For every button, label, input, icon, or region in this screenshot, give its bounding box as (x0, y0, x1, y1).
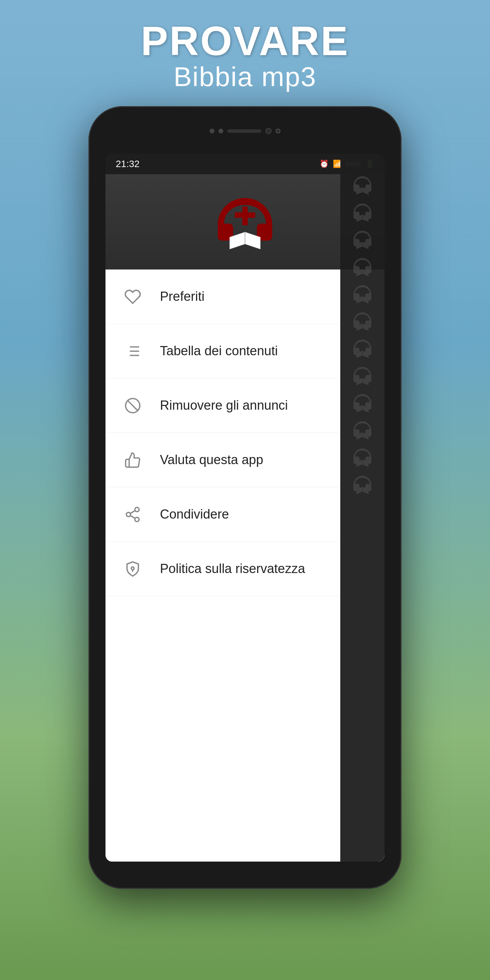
menu-label-preferiti: Preferiti (160, 289, 205, 304)
phone-notch (194, 125, 296, 137)
book-icon-12 (349, 474, 376, 494)
notch-dots (210, 129, 223, 134)
svg-line-12 (127, 401, 137, 410)
book-icon-11 (349, 447, 376, 467)
svg-point-14 (126, 512, 130, 517)
block-icon (123, 395, 143, 416)
book-icon-6 (349, 310, 376, 331)
svg-line-17 (130, 511, 135, 513)
shield-icon (123, 559, 143, 579)
app-title-section: PROVARE Bibbia mp3 (141, 0, 350, 106)
status-time: 21:32 (116, 159, 140, 169)
book-icon-4 (349, 256, 376, 276)
svg-point-15 (135, 517, 139, 522)
right-panel (340, 154, 385, 862)
thumb-icon (123, 450, 143, 470)
alarm-icon: ⏰ (320, 159, 329, 169)
app-logo (116, 188, 374, 256)
book-icon-5 (349, 283, 376, 304)
share-icon (123, 504, 143, 525)
menu-label-valuta: Valuta questa app (160, 453, 263, 467)
phone-frame: 21:32 ⏰ 📶 68% 🔋 (89, 106, 401, 889)
notch-camera2 (275, 129, 280, 134)
book-icon-3 (349, 229, 376, 249)
book-icon-7 (349, 337, 376, 358)
svg-rect-3 (235, 212, 255, 218)
book-icon-9 (349, 392, 376, 412)
menu-label-condividere: Condividere (160, 507, 229, 522)
book-icon-2 (349, 202, 376, 222)
logo-svg (211, 188, 279, 256)
notch-speaker (227, 129, 261, 133)
svg-point-13 (135, 508, 139, 512)
book-icon-1 (349, 174, 376, 195)
svg-point-18 (131, 566, 134, 569)
heart-icon (123, 286, 143, 307)
list-icon (123, 341, 143, 361)
svg-line-16 (130, 515, 135, 518)
menu-label-politica: Politica sulla riservatezza (160, 562, 305, 576)
book-icon-8 (349, 365, 376, 385)
app-title-subtitle: Bibbia mp3 (141, 61, 350, 92)
menu-label-rimuovere: Rimuovere gli annunci (160, 398, 288, 413)
book-icon-10 (349, 419, 376, 440)
menu-label-tabella: Tabella dei contenuti (160, 344, 278, 358)
app-title-provare: PROVARE (141, 21, 350, 61)
notch-camera (266, 128, 272, 134)
